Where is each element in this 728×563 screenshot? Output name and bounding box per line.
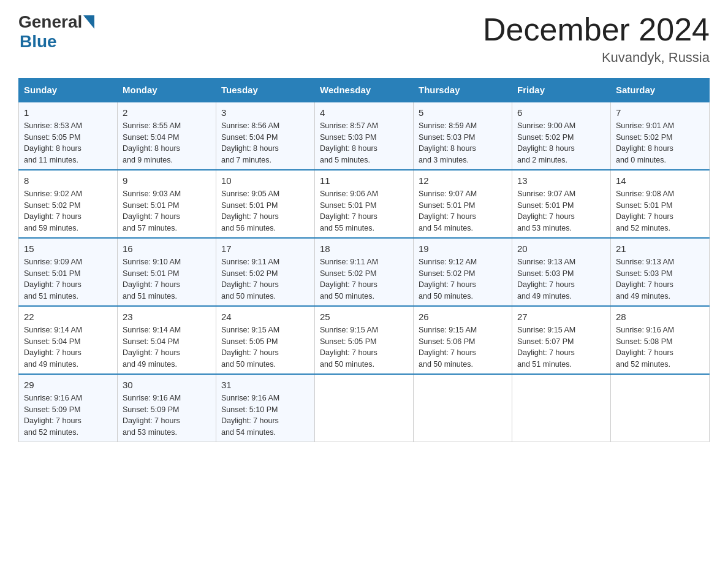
sunrise-info: Sunrise: 9:10 AM xyxy=(123,258,181,266)
calendar-cell: 15 Sunrise: 9:09 AM Sunset: 5:01 PM Dayl… xyxy=(19,238,118,306)
sunset-info: Sunset: 5:01 PM xyxy=(221,201,278,210)
daylight-info: Daylight: 7 hours xyxy=(24,212,82,221)
sunrise-info: Sunrise: 9:16 AM xyxy=(616,326,674,334)
daylight-info2: and 53 minutes. xyxy=(517,224,572,232)
daylight-info2: and 2 minutes. xyxy=(517,156,567,164)
day-number: 31 xyxy=(221,378,309,391)
day-number: 26 xyxy=(419,310,507,323)
calendar-cell: 30 Sunrise: 9:16 AM Sunset: 5:09 PM Dayl… xyxy=(118,374,216,442)
calendar-cell: 8 Sunrise: 9:02 AM Sunset: 5:02 PM Dayli… xyxy=(19,170,118,238)
calendar-cell: 2 Sunrise: 8:55 AM Sunset: 5:04 PM Dayli… xyxy=(118,102,216,170)
sunset-info: Sunset: 5:07 PM xyxy=(517,337,574,346)
sunrise-info: Sunrise: 9:03 AM xyxy=(123,190,181,198)
sunrise-info: Sunrise: 9:16 AM xyxy=(24,394,82,402)
sunrise-info: Sunrise: 9:16 AM xyxy=(123,394,181,402)
daylight-info: Daylight: 7 hours xyxy=(517,348,575,357)
sunset-info: Sunset: 5:02 PM xyxy=(320,269,376,278)
sunrise-info: Sunrise: 9:14 AM xyxy=(123,326,181,334)
sunrise-info: Sunrise: 9:13 AM xyxy=(616,258,674,266)
sunset-info: Sunset: 5:03 PM xyxy=(517,269,574,278)
day-number: 21 xyxy=(616,242,704,255)
daylight-info2: and 56 minutes. xyxy=(221,224,276,232)
calendar-cell: 28 Sunrise: 9:16 AM Sunset: 5:08 PM Dayl… xyxy=(611,306,710,374)
daylight-info: Daylight: 7 hours xyxy=(24,280,82,289)
calendar-cell: 9 Sunrise: 9:03 AM Sunset: 5:01 PM Dayli… xyxy=(118,170,216,238)
sunset-info: Sunset: 5:01 PM xyxy=(419,201,475,210)
sunrise-info: Sunrise: 9:12 AM xyxy=(419,258,477,266)
daylight-info: Daylight: 7 hours xyxy=(616,212,673,221)
daylight-info2: and 52 minutes. xyxy=(616,224,670,232)
daylight-info: Daylight: 7 hours xyxy=(123,348,180,357)
week-row-5: 29 Sunrise: 9:16 AM Sunset: 5:09 PM Dayl… xyxy=(19,374,710,442)
sunset-info: Sunset: 5:02 PM xyxy=(616,133,672,142)
daylight-info2: and 50 minutes. xyxy=(320,360,374,369)
weekday-header-tuesday: Tuesday xyxy=(216,79,315,102)
sunset-info: Sunset: 5:03 PM xyxy=(616,269,672,278)
sunset-info: Sunset: 5:04 PM xyxy=(123,337,179,346)
sunset-info: Sunset: 5:01 PM xyxy=(517,201,574,210)
day-number: 22 xyxy=(24,310,112,323)
calendar-cell: 23 Sunrise: 9:14 AM Sunset: 5:04 PM Dayl… xyxy=(118,306,216,374)
calendar-cell: 7 Sunrise: 9:01 AM Sunset: 5:02 PM Dayli… xyxy=(611,102,710,170)
calendar-cell: 5 Sunrise: 8:59 AM Sunset: 5:03 PM Dayli… xyxy=(414,102,512,170)
daylight-info2: and 50 minutes. xyxy=(419,360,473,369)
sunset-info: Sunset: 5:09 PM xyxy=(123,405,179,414)
sunset-info: Sunset: 5:01 PM xyxy=(320,201,376,210)
daylight-info: Daylight: 7 hours xyxy=(221,280,279,289)
daylight-info2: and 3 minutes. xyxy=(419,156,469,164)
sunset-info: Sunset: 5:01 PM xyxy=(123,201,179,210)
weekday-header-friday: Friday xyxy=(512,79,611,102)
day-number: 5 xyxy=(419,106,507,119)
logo-arrow-icon xyxy=(83,15,94,29)
day-number: 12 xyxy=(419,174,507,187)
sunset-info: Sunset: 5:05 PM xyxy=(320,337,376,346)
calendar-cell: 3 Sunrise: 8:56 AM Sunset: 5:04 PM Dayli… xyxy=(216,102,315,170)
calendar-cell xyxy=(611,374,710,442)
sunset-info: Sunset: 5:03 PM xyxy=(419,133,475,142)
daylight-info2: and 54 minutes. xyxy=(221,428,276,437)
sunset-info: Sunset: 5:01 PM xyxy=(123,269,179,278)
week-row-1: 1 Sunrise: 8:53 AM Sunset: 5:05 PM Dayli… xyxy=(19,102,710,170)
sunset-info: Sunset: 5:02 PM xyxy=(419,269,475,278)
day-number: 15 xyxy=(24,242,112,255)
logo-blue-text: Blue xyxy=(20,32,57,51)
calendar-cell: 22 Sunrise: 9:14 AM Sunset: 5:04 PM Dayl… xyxy=(19,306,118,374)
calendar-cell: 6 Sunrise: 9:00 AM Sunset: 5:02 PM Dayli… xyxy=(512,102,611,170)
sunrise-info: Sunrise: 9:15 AM xyxy=(221,326,279,334)
daylight-info2: and 50 minutes. xyxy=(221,292,276,301)
calendar-cell: 19 Sunrise: 9:12 AM Sunset: 5:02 PM Dayl… xyxy=(414,238,512,306)
daylight-info2: and 49 minutes. xyxy=(24,360,78,369)
day-number: 4 xyxy=(320,106,408,119)
calendar-table: SundayMondayTuesdayWednesdayThursdayFrid… xyxy=(18,78,710,442)
day-number: 28 xyxy=(616,310,704,323)
daylight-info2: and 7 minutes. xyxy=(221,156,271,164)
sunrise-info: Sunrise: 9:07 AM xyxy=(419,190,477,198)
sunset-info: Sunset: 5:04 PM xyxy=(123,133,179,142)
daylight-info2: and 51 minutes. xyxy=(517,360,572,369)
calendar-cell: 10 Sunrise: 9:05 AM Sunset: 5:01 PM Dayl… xyxy=(216,170,315,238)
daylight-info: Daylight: 7 hours xyxy=(517,280,575,289)
day-number: 3 xyxy=(221,106,309,119)
day-number: 11 xyxy=(320,174,408,187)
daylight-info: Daylight: 7 hours xyxy=(616,348,673,357)
daylight-info2: and 54 minutes. xyxy=(419,224,473,232)
calendar-cell: 26 Sunrise: 9:15 AM Sunset: 5:06 PM Dayl… xyxy=(414,306,512,374)
daylight-info: Daylight: 7 hours xyxy=(419,348,476,357)
daylight-info: Daylight: 7 hours xyxy=(320,212,377,221)
day-number: 13 xyxy=(517,174,605,187)
daylight-info: Daylight: 7 hours xyxy=(24,416,82,425)
daylight-info2: and 50 minutes. xyxy=(221,360,276,369)
week-row-4: 22 Sunrise: 9:14 AM Sunset: 5:04 PM Dayl… xyxy=(19,306,710,374)
calendar-header: SundayMondayTuesdayWednesdayThursdayFrid… xyxy=(19,79,710,102)
sunset-info: Sunset: 5:06 PM xyxy=(419,337,475,346)
daylight-info: Daylight: 8 hours xyxy=(419,144,476,153)
daylight-info2: and 49 minutes. xyxy=(517,292,572,301)
sunset-info: Sunset: 5:04 PM xyxy=(24,337,80,346)
daylight-info: Daylight: 7 hours xyxy=(24,348,82,357)
day-number: 29 xyxy=(24,378,112,391)
daylight-info: Daylight: 7 hours xyxy=(320,348,377,357)
daylight-info: Daylight: 7 hours xyxy=(123,280,180,289)
day-number: 2 xyxy=(123,106,211,119)
sunrise-info: Sunrise: 9:16 AM xyxy=(221,394,279,402)
week-row-2: 8 Sunrise: 9:02 AM Sunset: 5:02 PM Dayli… xyxy=(19,170,710,238)
